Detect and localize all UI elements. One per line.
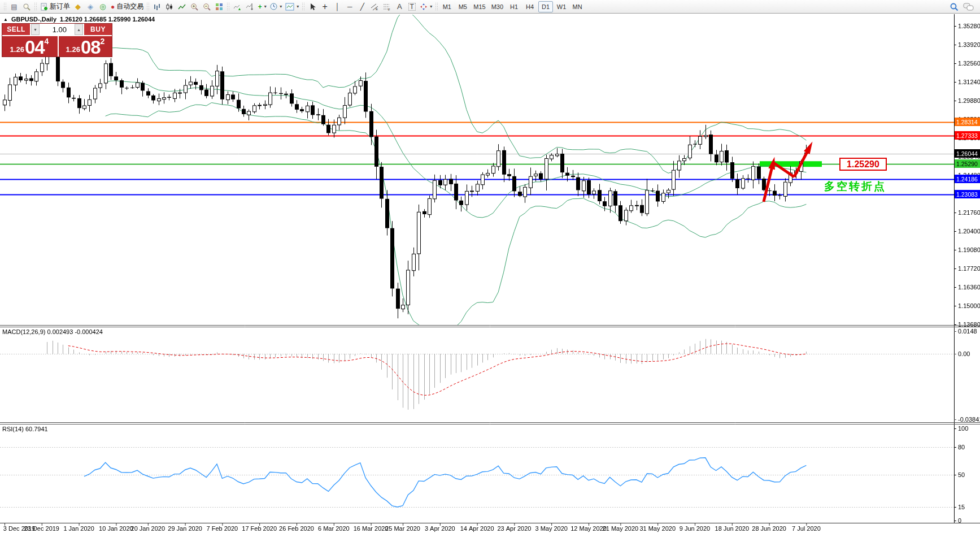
strategy-tester-button[interactable] (20, 1, 33, 12)
signals-button[interactable]: ◎ (97, 1, 109, 12)
autotrading-icon: ● (111, 3, 115, 10)
timeframe-toolbar: M1M5M15M30H1H4D1W1MN (439, 1, 585, 12)
auto-scroll-icon (233, 3, 241, 11)
add-indicator-button[interactable]: +▾ (256, 1, 268, 12)
add-indicator-icon: + (258, 3, 262, 10)
volume-increase-button[interactable]: ▴ (75, 24, 83, 35)
signals-icon: ◎ (99, 3, 106, 10)
buy-price-integer: 1.26 (66, 45, 80, 54)
one-click-trading-panel: SELL ▾ 1.00 ▴ BUY 1.26 04 4 1.26 08 2 (2, 23, 112, 57)
timeframe-button-M5[interactable]: M5 (455, 1, 470, 12)
terminal-button[interactable]: ▤ (8, 1, 20, 12)
price-annotation-box[interactable]: 1.25290 (839, 158, 887, 171)
candlestick-mode-button[interactable] (163, 1, 176, 12)
trendline-icon: ╱ (360, 3, 364, 10)
new-order-button[interactable]: 新订单 (38, 1, 72, 12)
arrows-tool-icon (420, 3, 428, 11)
vertical-line-tool-button[interactable]: │ (331, 1, 343, 12)
sell-price-button[interactable]: 1.26 04 4 (2, 36, 56, 57)
turning-point-annotation[interactable]: 多空转折点 (824, 179, 886, 194)
crosshair-tool-button[interactable]: + (319, 1, 331, 12)
dropdown-arrow-icon: ▾ (430, 4, 432, 9)
text-tool-icon: A (397, 3, 402, 10)
text-label-tool-button[interactable]: T (406, 1, 418, 12)
navigator-icon: ◈ (88, 3, 93, 10)
auto-scroll-button[interactable] (231, 1, 243, 12)
timeframe-button-H1[interactable]: H1 (507, 1, 521, 12)
price-level-label: 1.23083 (955, 190, 980, 198)
zoom-out-icon (203, 3, 211, 11)
line-chart-icon (178, 3, 186, 11)
collapse-panel-icon[interactable]: ▲ (3, 17, 8, 22)
volume-decrease-button[interactable]: ▾ (31, 24, 40, 35)
metaeditor-button[interactable]: ◆ (72, 1, 84, 12)
svg-text:E: E (376, 7, 378, 11)
price-level-label: 1.27333 (955, 131, 980, 140)
volume-input[interactable]: 1.00 (40, 24, 75, 35)
dropdown-arrow-icon: ▾ (297, 4, 299, 9)
zoom-in-icon (190, 3, 198, 11)
toolbar-grip (34, 2, 37, 11)
buy-price-point: 2 (101, 37, 105, 46)
fibonacci-tool-button[interactable]: F (381, 1, 393, 12)
horizontal-line-icon: ─ (347, 3, 352, 10)
tester-magnifier-icon (23, 3, 31, 11)
timeframe-button-M15[interactable]: M15 (471, 1, 487, 12)
buy-price-button[interactable]: 1.26 08 2 (58, 36, 112, 57)
template-icon (285, 3, 294, 11)
terminal-icon: ▤ (11, 3, 17, 10)
timeframe-button-M1[interactable]: M1 (439, 1, 454, 12)
sell-price-point: 4 (45, 37, 49, 46)
sell-price-integer: 1.26 (10, 45, 24, 54)
bar-chart-mode-button[interactable] (151, 1, 163, 12)
price-level-label: 1.24186 (955, 175, 980, 183)
periods-button[interactable]: ▾ (268, 1, 284, 12)
vertical-line-icon: │ (336, 3, 340, 10)
fibonacci-icon: F (383, 3, 391, 11)
ohlc-readout: 1.26120 1.26685 1.25990 1.26044 (60, 16, 155, 23)
channel-icon: E (371, 3, 378, 11)
clock-icon (270, 3, 277, 10)
zoom-out-button[interactable] (201, 1, 213, 12)
timeframe-button-MN[interactable]: MN (570, 1, 585, 12)
navigator-button[interactable]: ◈ (84, 1, 97, 12)
tile-windows-button[interactable] (213, 1, 225, 12)
chart-area: ▲ GBPUSD-,Daily 1.26120 1.26685 1.25990 … (0, 14, 980, 533)
toolbar-grip (227, 2, 230, 11)
dropdown-arrow-icon: ▾ (264, 4, 267, 9)
volume-control: ▾ 1.00 ▴ (31, 24, 83, 35)
tile-windows-icon (215, 3, 223, 11)
buy-price-pips: 08 (81, 39, 101, 55)
chart-shift-icon (246, 3, 254, 11)
bar-chart-icon (153, 3, 161, 11)
arrows-tool-button[interactable]: ▾ (418, 1, 434, 12)
sell-button[interactable]: SELL (2, 24, 31, 35)
zoom-in-button[interactable] (188, 1, 201, 12)
buy-button[interactable]: BUY (83, 24, 112, 35)
chart-shift-button[interactable] (243, 1, 256, 12)
macd-indicator-label: MACD(12,26,9) 0.002493 -0.000424 (2, 328, 103, 335)
channel-tool-button[interactable]: E (368, 1, 381, 12)
timeframe-button-M30[interactable]: M30 (489, 1, 506, 12)
cursor-tool-button[interactable] (306, 1, 319, 12)
rsi-indicator-label: RSI(14) 60.7941 (2, 426, 48, 432)
templates-button[interactable]: ▾ (284, 1, 300, 12)
candlestick-icon (165, 3, 173, 11)
autotrading-button[interactable]: ● 自动交易 (109, 1, 145, 12)
metaeditor-icon: ◆ (75, 3, 81, 10)
symbol-period-label: GBPUSD-,Daily (11, 16, 56, 23)
new-order-icon (40, 3, 48, 11)
line-chart-mode-button[interactable] (176, 1, 188, 12)
svg-text:F: F (388, 8, 390, 11)
price-level-label: 1.28314 (955, 118, 980, 126)
chat-icon[interactable] (963, 2, 974, 11)
timeframe-button-H4[interactable]: H4 (522, 1, 537, 12)
timeframe-button-D1[interactable]: D1 (538, 1, 553, 12)
price-chart-canvas[interactable] (0, 14, 980, 533)
search-icon[interactable] (949, 2, 959, 11)
trendline-tool-button[interactable]: ╱ (356, 1, 368, 12)
timeframe-button-W1[interactable]: W1 (554, 1, 569, 12)
horizontal-line-tool-button[interactable]: ─ (343, 1, 356, 12)
text-tool-button[interactable]: A (393, 1, 406, 12)
new-order-label: 新订单 (50, 2, 70, 11)
